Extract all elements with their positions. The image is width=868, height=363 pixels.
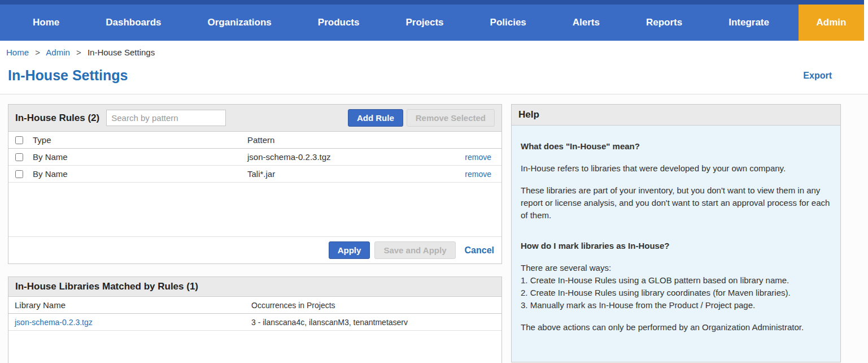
top-nav: Home Dashboards Organizations Products P… — [0, 0, 868, 41]
title-row: In-House Settings Export — [0, 62, 868, 94]
search-by-pattern-input[interactable] — [106, 110, 226, 126]
export-link[interactable]: Export — [803, 71, 832, 81]
nav-item-products[interactable]: Products — [318, 17, 360, 28]
help-panel: Help What does "In-House" mean? In-House… — [511, 104, 841, 362]
breadcrumb: Home > Admin > In-House Settings — [0, 41, 868, 62]
occurrences-column-header: Occurrences in Projects — [251, 301, 501, 310]
nav-item-reports[interactable]: Reports — [646, 17, 682, 28]
rules-panel-spacer — [8, 183, 501, 236]
help-list-item: 3. Manually mark as In-House from the Pr… — [521, 299, 831, 312]
libraries-table-header-row: Library Name Occurrences in Projects — [8, 297, 501, 314]
right-column: Help What does "In-House" mean? In-House… — [511, 104, 841, 363]
breadcrumb-link-home[interactable]: Home — [6, 47, 29, 57]
matched-libraries-panel: In-House Libraries Matched by Rules (1) … — [8, 276, 502, 363]
help-panel-header: Help — [512, 105, 840, 126]
table-row: By Name json-schema-0.2.3.tgz remove — [8, 149, 501, 166]
rules-table-header-row: Type Pattern — [8, 132, 501, 149]
help-paragraph: In-House refers to libraries that were d… — [521, 162, 831, 175]
nav-item-projects[interactable]: Projects — [405, 17, 443, 28]
pattern-column-header: Pattern — [247, 135, 451, 145]
nav-item-policies[interactable]: Policies — [490, 17, 526, 28]
rules-panel-header: In-House Rules (2) Add Rule Remove Selec… — [8, 105, 501, 132]
add-rule-button[interactable]: Add Rule — [348, 109, 403, 127]
top-nav-accent-strip — [0, 0, 868, 5]
table-row: By Name Tali*.jar remove — [8, 166, 501, 183]
remove-rule-link[interactable]: remove — [465, 170, 491, 179]
nav-item-organizations[interactable]: Organizations — [207, 17, 271, 28]
help-question-heading: What does "In-House" mean? — [521, 140, 831, 153]
select-all-cell — [8, 136, 33, 144]
help-paragraph: There are several ways: — [521, 262, 831, 274]
apply-button[interactable]: Apply — [329, 241, 370, 259]
breadcrumb-separator: > — [76, 47, 81, 57]
breadcrumb-link-admin[interactable]: Admin — [46, 47, 70, 57]
main-content: In-House Rules (2) Add Rule Remove Selec… — [0, 94, 868, 363]
breadcrumb-current-page: In-House Settings — [88, 47, 155, 57]
nav-item-integrate[interactable]: Integrate — [729, 17, 769, 28]
rule-type: By Name — [33, 169, 247, 179]
page-title: In-House Settings — [8, 67, 128, 84]
libraries-table: Library Name Occurrences in Projects jso… — [8, 297, 501, 331]
library-name-column-header: Library Name — [8, 300, 251, 310]
row-checkbox-cell — [8, 153, 33, 161]
help-panel-body: What does "In-House" mean? In-House refe… — [512, 126, 840, 362]
breadcrumb-separator: > — [35, 47, 40, 57]
nav-item-admin-active[interactable]: Admin — [799, 5, 864, 41]
select-all-checkbox[interactable] — [15, 136, 23, 144]
libraries-panel-title: In-House Libraries Matched by Rules (1) — [15, 281, 198, 292]
row-checkbox[interactable] — [15, 170, 23, 178]
help-paragraph: These libraries are part of your invento… — [521, 184, 831, 222]
remove-selected-button[interactable]: Remove Selected — [407, 109, 495, 127]
in-house-rules-panel: In-House Rules (2) Add Rule Remove Selec… — [8, 104, 502, 264]
help-panel-title: Help — [518, 109, 539, 120]
rule-action-cell: remove — [451, 152, 501, 162]
help-paragraph: The above actions can only be performed … — [521, 321, 831, 334]
nav-menu: Home Dashboards Organizations Products P… — [33, 5, 769, 41]
rules-header-buttons: Add Rule Remove Selected — [348, 109, 495, 127]
rule-pattern: json-schema-0.2.3.tgz — [247, 152, 451, 162]
libraries-panel-header: In-House Libraries Matched by Rules (1) — [8, 277, 501, 297]
type-column-header: Type — [33, 135, 247, 145]
help-list-item: 2. Create In-House Rules using library c… — [521, 287, 831, 299]
row-checkbox-cell — [8, 170, 33, 178]
nav-item-alerts[interactable]: Alerts — [573, 17, 600, 28]
row-checkbox[interactable] — [15, 153, 23, 161]
rule-action-cell: remove — [451, 169, 501, 179]
remove-rule-link[interactable]: remove — [465, 153, 491, 162]
rule-type: By Name — [33, 152, 247, 162]
library-occurrences: 3 - ilanscana4c, ilanscanM3, tenantmetas… — [251, 318, 501, 327]
rules-table: Type Pattern By Name json-schema-0.2.3.t… — [8, 132, 501, 183]
rules-panel-title: In-House Rules (2) — [15, 113, 99, 124]
save-and-apply-button[interactable]: Save and Apply — [374, 241, 455, 259]
help-list-item: 1. Create In-House Rules using a GLOB pa… — [521, 274, 831, 287]
nav-item-home[interactable]: Home — [33, 17, 59, 28]
left-column: In-House Rules (2) Add Rule Remove Selec… — [8, 104, 502, 363]
library-name-link[interactable]: json-schema-0.2.3.tgz — [15, 318, 93, 327]
help-question-heading: How do I mark libraries as In-House? — [521, 240, 831, 252]
rule-pattern: Tali*.jar — [247, 169, 451, 179]
rules-panel-footer: Apply Save and Apply Cancel — [8, 236, 501, 263]
nav-item-dashboards[interactable]: Dashboards — [106, 17, 161, 28]
library-name-cell: json-schema-0.2.3.tgz — [8, 317, 251, 327]
table-row: json-schema-0.2.3.tgz 3 - ilanscana4c, i… — [8, 314, 501, 331]
nav-right-edge — [864, 0, 868, 41]
cancel-link[interactable]: Cancel — [465, 245, 494, 256]
page: Home Dashboards Organizations Products P… — [0, 0, 868, 363]
